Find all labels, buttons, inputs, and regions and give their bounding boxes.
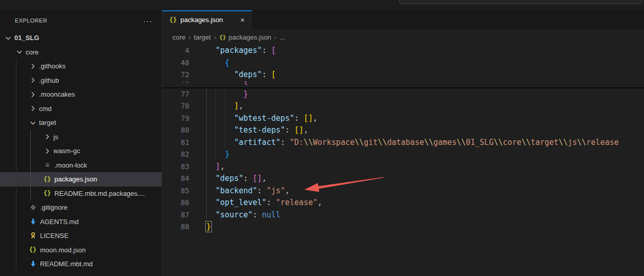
line-content: "artifact": "D:\\Workspace\\git\\databas… bbox=[189, 137, 619, 149]
tree-item-label: AGENTS.md bbox=[40, 218, 79, 226]
tab-label: packages.json bbox=[180, 16, 235, 24]
code-line[interactable]: 78 ], bbox=[162, 100, 644, 113]
tree-item-label: cmd bbox=[39, 105, 52, 113]
tree-item-label: LICENSE bbox=[40, 232, 69, 240]
tree-item-core[interactable]: core bbox=[0, 45, 162, 60]
tree-item-mooncakes[interactable]: .mooncakes bbox=[0, 87, 162, 102]
code-line[interactable]: 79 "wbtest-deps": [], bbox=[162, 113, 644, 125]
chevron-right-icon bbox=[29, 104, 37, 113]
line-number: 85 bbox=[162, 185, 189, 197]
title-bar bbox=[0, 0, 644, 10]
tree-item-js[interactable]: js bbox=[0, 130, 162, 144]
code-line[interactable]: 83 ], bbox=[162, 161, 644, 173]
tree-item-readme-mbt-md[interactable]: README.mbt.md bbox=[0, 257, 162, 271]
json-icon: {} bbox=[43, 189, 51, 197]
tree-item-label: README.mbt.md bbox=[40, 260, 93, 268]
active-tab-indicator bbox=[162, 10, 251, 11]
tree-item-target[interactable]: target bbox=[0, 116, 162, 130]
line-number: 78 bbox=[162, 100, 189, 113]
tab-packages-json[interactable]: {} packages.json × bbox=[162, 10, 252, 29]
code-line[interactable]: 4 "packages": [ bbox=[162, 45, 644, 57]
line-content: ], bbox=[189, 161, 225, 173]
tree-item-readme-mbt-md-packages[interactable]: {} README.mbt.md.packages.... bbox=[0, 187, 162, 201]
line-content: "packages": [ bbox=[189, 45, 276, 57]
code-line[interactable]: 86 "opt_level": "release", bbox=[162, 197, 644, 209]
tree-item-githooks[interactable]: .githooks bbox=[0, 59, 162, 73]
line-number: 48 bbox=[162, 57, 189, 69]
chevron-down-icon bbox=[4, 34, 12, 42]
line-number: 87 bbox=[162, 209, 189, 222]
line-content: "backend": "js", bbox=[189, 185, 290, 197]
tree-item-label: 01_SLG bbox=[14, 34, 39, 42]
code-editor: 4 "packages": [48 {72 "deps": [ 76 { 77 … bbox=[162, 45, 644, 276]
line-content: "opt_level": "release", bbox=[189, 197, 322, 209]
breadcrumb-item-core[interactable]: core bbox=[172, 33, 185, 41]
explorer-title: EXPLORER bbox=[15, 17, 47, 24]
explorer-header: EXPLORER ··· bbox=[0, 10, 162, 31]
tree-item-license[interactable]: LICENSE bbox=[0, 229, 162, 243]
line-number: 4 bbox=[162, 45, 189, 57]
sticky-scroll: 4 "packages": [48 {72 "deps": [ bbox=[162, 45, 644, 81]
tree-item-label: target bbox=[39, 119, 56, 126]
chevron-right-icon bbox=[29, 90, 37, 99]
tree-item-label: moon.mod.json bbox=[40, 246, 86, 254]
line-content: ], bbox=[189, 100, 243, 113]
tree-item-label: .moon-lock bbox=[54, 161, 87, 169]
tree-item-moon-lock[interactable]: ≡ .moon-lock bbox=[0, 158, 162, 173]
breadcrumb: core › target › {} packages.json › ... bbox=[162, 29, 644, 45]
chevron-right-icon bbox=[29, 76, 37, 84]
breadcrumb-item-file[interactable]: {} packages.json bbox=[219, 33, 271, 41]
tree-item-label: .githooks bbox=[39, 62, 66, 70]
code-line[interactable]: 84 "deps": [], bbox=[162, 173, 644, 185]
tree-item-github[interactable]: .github bbox=[0, 73, 162, 88]
tree-item-cmd[interactable]: cmd bbox=[0, 102, 162, 116]
close-icon[interactable]: × bbox=[239, 15, 246, 24]
line-number: 76 bbox=[162, 81, 189, 87]
line-content: "wbtest-deps": [], bbox=[189, 113, 318, 125]
explorer-sidebar: EXPLORER ··· 01_SLG core .githooks bbox=[0, 10, 162, 276]
tree-item-packages-json[interactable]: {} packages.json bbox=[0, 172, 162, 187]
code-line[interactable]: 72 "deps": [ bbox=[162, 69, 644, 81]
breadcrumb-item-target[interactable]: target bbox=[194, 33, 211, 41]
tree-item-label: packages.json bbox=[54, 175, 97, 183]
markdown-icon bbox=[29, 217, 37, 226]
code-line[interactable]: 85 "backend": "js", bbox=[162, 185, 644, 197]
code-line[interactable]: 87 "source": null bbox=[162, 209, 644, 222]
line-number: 83 bbox=[162, 161, 189, 173]
code-line[interactable]: 80 "test-deps": [], bbox=[162, 124, 644, 137]
markdown-icon bbox=[29, 260, 37, 268]
chevron-separator-icon: › bbox=[214, 33, 216, 41]
line-number: 82 bbox=[162, 149, 189, 161]
tree-item-moon-mod-json[interactable]: {} moon.mod.json bbox=[0, 243, 162, 257]
tree-item-gitignore[interactable]: .gitignore bbox=[0, 200, 162, 215]
list-icon: ≡ bbox=[43, 161, 51, 169]
chevron-separator-icon: › bbox=[188, 33, 190, 41]
tree-item-label: README.mbt.md.packages.... bbox=[54, 190, 145, 197]
code-line[interactable]: 48 { bbox=[162, 57, 644, 69]
tree-item-wasm-gc[interactable]: wasm-gc bbox=[0, 144, 162, 158]
git-icon bbox=[29, 204, 37, 212]
breadcrumb-item-symbol[interactable]: ... bbox=[280, 33, 285, 41]
code-line[interactable]: 76 { bbox=[162, 81, 644, 87]
line-content: { bbox=[189, 81, 248, 87]
line-content: "source": null bbox=[189, 209, 281, 222]
command-center[interactable] bbox=[399, 0, 642, 4]
more-actions-button[interactable]: ··· bbox=[143, 16, 152, 25]
line-content: { bbox=[189, 57, 229, 69]
line-content: "test-deps": [], bbox=[189, 124, 308, 137]
line-number: 81 bbox=[162, 137, 189, 149]
tree-item-01-slg[interactable]: 01_SLG bbox=[0, 31, 162, 45]
key-icon bbox=[29, 232, 37, 240]
tree-item-agents-md[interactable]: AGENTS.md bbox=[0, 215, 162, 229]
code-line[interactable]: 77 } bbox=[162, 88, 644, 101]
code-lines: 77 }78 ],79 "wbtest-deps": [],80 "test-d… bbox=[162, 88, 644, 233]
json-icon: {} bbox=[43, 175, 51, 183]
editor-region: {} packages.json × core › target › {} pa… bbox=[162, 10, 644, 276]
code-line[interactable]: 88} bbox=[162, 221, 644, 233]
line-content: } bbox=[189, 88, 248, 101]
file-tree: 01_SLG core .githooks .github .mooncakes bbox=[0, 31, 162, 271]
partially-scrolled-line: 76 { bbox=[162, 81, 644, 87]
code-line[interactable]: 81 "artifact": "D:\\Workspace\\git\\data… bbox=[162, 137, 644, 149]
tree-item-label: core bbox=[26, 48, 38, 56]
code-line[interactable]: 82 } bbox=[162, 149, 644, 161]
